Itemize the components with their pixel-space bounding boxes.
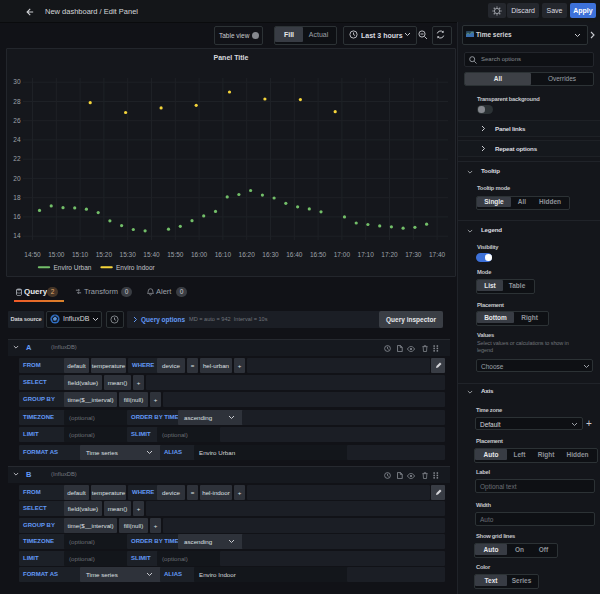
svg-text:15:20: 15:20 bbox=[96, 251, 113, 258]
svg-text:Enviro Indoor: Enviro Indoor bbox=[116, 264, 155, 271]
svg-text:16: 16 bbox=[13, 213, 21, 220]
svg-text:28: 28 bbox=[13, 98, 21, 105]
svg-text:14: 14 bbox=[13, 232, 21, 239]
svg-text:16:30: 16:30 bbox=[262, 251, 279, 258]
svg-text:30: 30 bbox=[13, 78, 21, 85]
svg-text:15:40: 15:40 bbox=[143, 251, 160, 258]
svg-text:18: 18 bbox=[13, 194, 21, 201]
svg-text:17:30: 17:30 bbox=[405, 251, 422, 258]
svg-text:16:10: 16:10 bbox=[215, 251, 232, 258]
svg-text:Panel Title: Panel Title bbox=[214, 54, 249, 61]
svg-text:22: 22 bbox=[13, 155, 21, 162]
svg-text:26: 26 bbox=[13, 117, 21, 124]
svg-text:17:20: 17:20 bbox=[381, 251, 398, 258]
svg-text:16:40: 16:40 bbox=[286, 251, 303, 258]
svg-text:15:30: 15:30 bbox=[120, 251, 137, 258]
svg-text:16:00: 16:00 bbox=[191, 251, 208, 258]
svg-text:15:50: 15:50 bbox=[167, 251, 184, 258]
svg-text:16:50: 16:50 bbox=[310, 251, 327, 258]
svg-text:15:10: 15:10 bbox=[72, 251, 89, 258]
svg-text:17:40: 17:40 bbox=[429, 251, 446, 258]
svg-text:16:20: 16:20 bbox=[239, 251, 256, 258]
svg-text:24: 24 bbox=[13, 136, 21, 143]
svg-text:20: 20 bbox=[13, 175, 21, 182]
svg-text:17:10: 17:10 bbox=[358, 251, 375, 258]
svg-text:17:00: 17:00 bbox=[334, 251, 351, 258]
svg-text:15:00: 15:00 bbox=[48, 251, 65, 258]
svg-text:Enviro Urban: Enviro Urban bbox=[54, 264, 92, 271]
svg-text:14:50: 14:50 bbox=[24, 251, 41, 258]
